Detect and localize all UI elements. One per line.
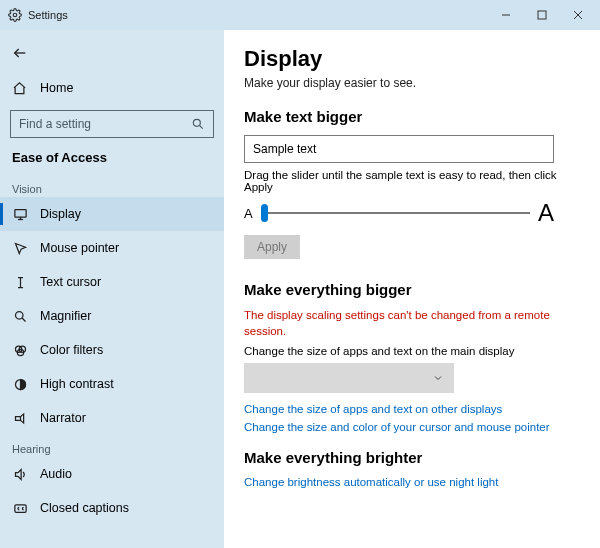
link-other-displays[interactable]: Change the size of apps and text on othe… — [244, 403, 580, 415]
slider-instruction: Drag the slider until the sample text is… — [244, 169, 580, 193]
nav-label: Mouse pointer — [40, 241, 119, 255]
link-brightness[interactable]: Change brightness automatically or use n… — [244, 476, 580, 488]
pointer-icon — [12, 241, 28, 256]
big-a-label: A — [538, 199, 554, 227]
nav-label: Display — [40, 207, 81, 221]
sidebar-item-color-filters[interactable]: Color filters — [0, 333, 224, 367]
closed-captions-icon — [12, 501, 28, 516]
section-make-everything-bigger: Make everything bigger — [244, 281, 580, 298]
back-arrow-icon — [12, 45, 28, 61]
back-button[interactable] — [0, 36, 224, 70]
search-icon — [191, 117, 205, 131]
scaling-dropdown[interactable] — [244, 363, 454, 393]
nav-label: Color filters — [40, 343, 103, 357]
section-make-text-bigger: Make text bigger — [244, 108, 580, 125]
apply-button[interactable]: Apply — [244, 235, 300, 259]
sidebar-item-magnifier[interactable]: Magnifier — [0, 299, 224, 333]
svg-rect-8 — [14, 209, 25, 217]
content-area: Display Make your display easier to see.… — [224, 30, 600, 548]
sidebar: Home Ease of Access Vision Display Mouse… — [0, 30, 224, 548]
nav-label: Audio — [40, 467, 72, 481]
svg-point-6 — [193, 119, 200, 126]
svg-rect-2 — [538, 11, 546, 19]
sample-text-box: Sample text — [244, 135, 554, 163]
nav-label: High contrast — [40, 377, 114, 391]
sidebar-item-home[interactable]: Home — [0, 72, 224, 104]
monitor-icon — [12, 207, 28, 222]
sidebar-item-audio[interactable]: Audio — [0, 457, 224, 491]
sidebar-item-display[interactable]: Display — [0, 197, 224, 231]
nav-label: Closed captions — [40, 501, 129, 515]
scaling-warning: The display scaling settings can't be ch… — [244, 308, 564, 339]
nav-label: Narrator — [40, 411, 86, 425]
home-icon — [12, 81, 28, 96]
high-contrast-icon — [12, 377, 28, 392]
sidebar-item-narrator[interactable]: Narrator — [0, 401, 224, 435]
svg-rect-18 — [15, 416, 20, 420]
home-label: Home — [40, 81, 73, 95]
text-cursor-icon — [12, 275, 28, 290]
page-subtitle: Make your display easier to see. — [244, 76, 580, 90]
sidebar-item-high-contrast[interactable]: High contrast — [0, 367, 224, 401]
sidebar-item-closed-captions[interactable]: Closed captions — [0, 491, 224, 525]
category-title: Ease of Access — [0, 146, 224, 175]
close-button[interactable] — [560, 1, 596, 29]
page-title: Display — [244, 46, 580, 72]
group-label-hearing: Hearing — [0, 435, 224, 457]
slider-thumb[interactable] — [261, 204, 268, 222]
sidebar-item-text-cursor[interactable]: Text cursor — [0, 265, 224, 299]
text-size-slider[interactable] — [261, 204, 530, 222]
svg-line-13 — [22, 318, 25, 321]
search-input-wrap[interactable] — [10, 110, 214, 138]
svg-line-7 — [199, 125, 202, 128]
nav-label: Magnifier — [40, 309, 91, 323]
nav-label: Text cursor — [40, 275, 101, 289]
chevron-down-icon — [432, 372, 444, 384]
window-title: Settings — [28, 9, 68, 21]
color-filters-icon — [12, 343, 28, 358]
section-make-everything-brighter: Make everything brighter — [244, 449, 580, 466]
maximize-button[interactable] — [524, 1, 560, 29]
link-cursor-size[interactable]: Change the size and color of your cursor… — [244, 421, 580, 433]
titlebar: Settings — [0, 0, 600, 30]
scaling-desc: Change the size of apps and text on the … — [244, 345, 580, 357]
search-input[interactable] — [19, 117, 191, 131]
magnifier-icon — [12, 309, 28, 324]
narrator-icon — [12, 411, 28, 426]
small-a-label: A — [244, 206, 253, 221]
minimize-button[interactable] — [488, 1, 524, 29]
group-label-vision: Vision — [0, 175, 224, 197]
svg-rect-19 — [14, 504, 25, 512]
svg-point-12 — [15, 311, 23, 319]
settings-gear-icon — [8, 8, 22, 22]
sidebar-item-mouse-pointer[interactable]: Mouse pointer — [0, 231, 224, 265]
svg-point-0 — [13, 13, 17, 17]
audio-icon — [12, 467, 28, 482]
